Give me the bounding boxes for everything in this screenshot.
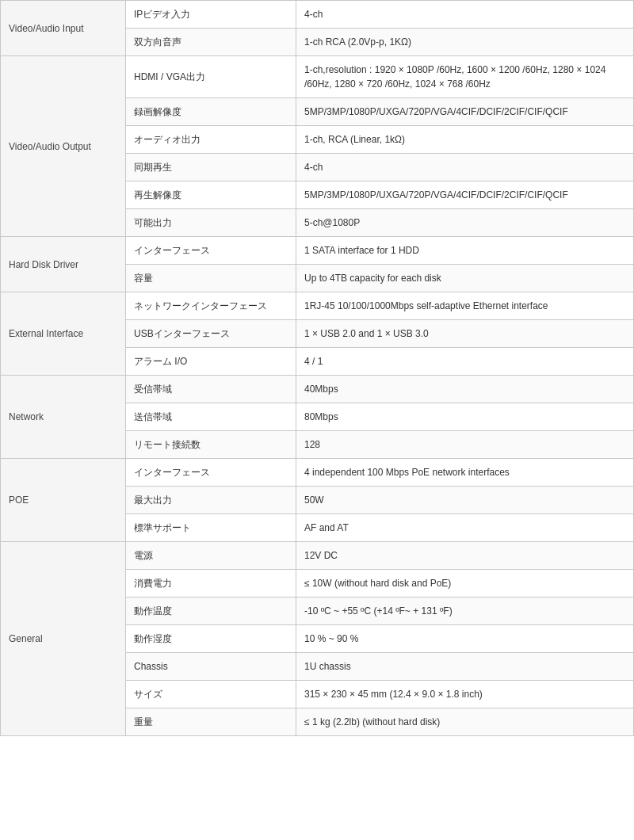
- table-row: Video/Audio OutputHDMI / VGA出力1-ch,resol…: [1, 56, 634, 98]
- label-cell: 容量: [126, 265, 296, 292]
- table-row: General電源12V DC: [1, 542, 634, 570]
- value-cell: ≤ 10W (without hard disk and PoE): [296, 570, 634, 598]
- label-cell: 送信帯域: [126, 403, 296, 431]
- category-cell: External Interface: [1, 292, 126, 376]
- category-cell: Video/Audio Output: [1, 56, 126, 237]
- value-cell: 1-ch, RCA (Linear, 1kΩ): [296, 126, 634, 154]
- label-cell: 標準サポート: [126, 514, 296, 542]
- category-cell: Network: [1, 376, 126, 459]
- value-cell: 80Mbps: [296, 403, 634, 431]
- label-cell: 消費電力: [126, 570, 296, 598]
- table-row: Hard Disk Driverインターフェース1 SATA interface…: [1, 237, 634, 265]
- label-cell: 同期再生: [126, 154, 296, 181]
- value-cell: 1-ch,resolution : 1920 × 1080P /60Hz, 16…: [296, 56, 634, 98]
- value-cell: -10 ºC ~ +55 ºC (+14 ºF~ + 131 ºF): [296, 598, 634, 625]
- value-cell: ≤ 1 kg (2.2lb) (without hard disk): [296, 708, 634, 736]
- label-cell: IPビデオ入力: [126, 1, 296, 29]
- category-cell: Hard Disk Driver: [1, 237, 126, 292]
- table-row: Video/Audio InputIPビデオ入力4-ch: [1, 1, 634, 29]
- value-cell: 1U chassis: [296, 653, 634, 681]
- value-cell: 10 % ~ 90 %: [296, 625, 634, 653]
- label-cell: HDMI / VGA出力: [126, 56, 296, 98]
- value-cell: Up to 4TB capacity for each disk: [296, 265, 634, 292]
- label-cell: 重量: [126, 708, 296, 736]
- label-cell: オーディオ出力: [126, 126, 296, 154]
- value-cell: 5-ch@1080P: [296, 209, 634, 237]
- table-row: External Interfaceネットワークインターフェース1RJ-45 1…: [1, 292, 634, 320]
- label-cell: 受信帯域: [126, 376, 296, 403]
- value-cell: 5MP/3MP/1080P/UXGA/720P/VGA/4CIF/DCIF/2C…: [296, 98, 634, 126]
- label-cell: Chassis: [126, 653, 296, 681]
- value-cell: 5MP/3MP/1080P/UXGA/720P/VGA/4CIF/DCIF/2C…: [296, 181, 634, 209]
- table-row: POEインターフェース4 independent 100 Mbps PoE ne…: [1, 459, 634, 487]
- label-cell: 再生解像度: [126, 181, 296, 209]
- value-cell: 1RJ-45 10/100/1000Mbps self-adaptive Eth…: [296, 292, 634, 320]
- value-cell: 1-ch RCA (2.0Vp-p, 1KΩ): [296, 29, 634, 56]
- value-cell: 1 SATA interface for 1 HDD: [296, 237, 634, 265]
- value-cell: 1 × USB 2.0 and 1 × USB 3.0: [296, 320, 634, 348]
- value-cell: 315 × 230 × 45 mm (12.4 × 9.0 × 1.8 inch…: [296, 681, 634, 708]
- value-cell: AF and AT: [296, 514, 634, 542]
- label-cell: インターフェース: [126, 237, 296, 265]
- value-cell: 12V DC: [296, 542, 634, 570]
- label-cell: 動作湿度: [126, 625, 296, 653]
- value-cell: 4-ch: [296, 1, 634, 29]
- label-cell: 録画解像度: [126, 98, 296, 126]
- label-cell: インターフェース: [126, 459, 296, 487]
- value-cell: 4 independent 100 Mbps PoE network inter…: [296, 459, 634, 487]
- spec-table: Video/Audio InputIPビデオ入力4-ch双方向音声1-ch RC…: [0, 0, 634, 736]
- category-cell: POE: [1, 459, 126, 542]
- label-cell: リモート接続数: [126, 431, 296, 459]
- label-cell: サイズ: [126, 681, 296, 708]
- value-cell: 4-ch: [296, 154, 634, 181]
- label-cell: アラーム I/O: [126, 348, 296, 376]
- label-cell: ネットワークインターフェース: [126, 292, 296, 320]
- label-cell: USBインターフェース: [126, 320, 296, 348]
- value-cell: 128: [296, 431, 634, 459]
- label-cell: 動作温度: [126, 598, 296, 625]
- label-cell: 双方向音声: [126, 29, 296, 56]
- label-cell: 電源: [126, 542, 296, 570]
- value-cell: 50W: [296, 487, 634, 514]
- label-cell: 可能出力: [126, 209, 296, 237]
- value-cell: 40Mbps: [296, 376, 634, 403]
- table-row: Network受信帯域40Mbps: [1, 376, 634, 403]
- label-cell: 最大出力: [126, 487, 296, 514]
- category-cell: Video/Audio Input: [1, 1, 126, 56]
- value-cell: 4 / 1: [296, 348, 634, 376]
- category-cell: General: [1, 542, 126, 736]
